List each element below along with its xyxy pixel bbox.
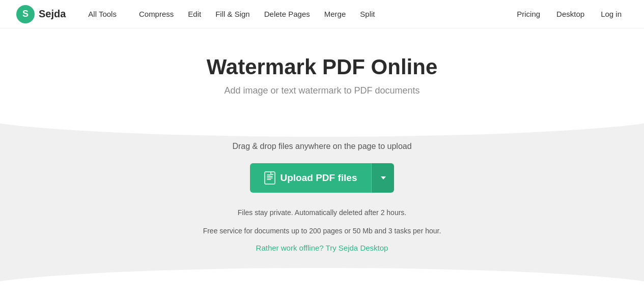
nav-desktop[interactable]: Desktop — [550, 6, 591, 22]
nav-compress[interactable]: Compress — [133, 6, 180, 22]
nav-delete-pages[interactable]: Delete Pages — [258, 6, 316, 22]
hero-section: Watermark PDF Online Add image or text w… — [0, 28, 644, 96]
nav-main-links: All Tools Compress Edit Fill & Sign Dele… — [82, 6, 511, 22]
upload-dropdown-button[interactable] — [371, 163, 394, 193]
privacy-text-line2: Free service for documents up to 200 pag… — [10, 225, 634, 237]
page-subtitle: Add image or text watermark to PDF docum… — [10, 85, 634, 96]
privacy-text-line1: Files stay private. Automatically delete… — [10, 207, 634, 219]
logo-text: Sejda — [39, 8, 66, 20]
nav-merge[interactable]: Merge — [318, 6, 352, 22]
logo[interactable]: S Sejda — [16, 5, 66, 23]
nav-all-tools[interactable]: All Tools — [82, 6, 131, 22]
nav-login[interactable]: Log in — [595, 6, 628, 22]
pdf-file-icon — [264, 171, 275, 185]
upload-section: Drag & drop files anywhere on the page t… — [0, 111, 644, 293]
nav-edit[interactable]: Edit — [182, 6, 207, 22]
dropdown-chevron-icon — [381, 176, 386, 179]
upload-button-group: Upload PDF files — [250, 163, 395, 193]
nav-fill-sign[interactable]: Fill & Sign — [209, 6, 256, 22]
drag-drop-text: Drag & drop files anywhere on the page t… — [10, 142, 634, 151]
desktop-link[interactable]: Rather work offline? Try Sejda Desktop — [256, 244, 388, 252]
page-title: Watermark PDF Online — [10, 55, 634, 79]
nav-split[interactable]: Split — [354, 6, 381, 22]
nav-pricing[interactable]: Pricing — [511, 6, 546, 22]
nav-right-links: Pricing Desktop Log in — [511, 6, 628, 22]
logo-icon: S — [16, 5, 35, 23]
navigation: S Sejda All Tools Compress Edit Fill & S… — [0, 0, 644, 28]
upload-area: Drag & drop files anywhere on the page t… — [10, 142, 634, 253]
upload-button[interactable]: Upload PDF files — [250, 163, 372, 193]
chevron-down-icon — [120, 13, 125, 16]
